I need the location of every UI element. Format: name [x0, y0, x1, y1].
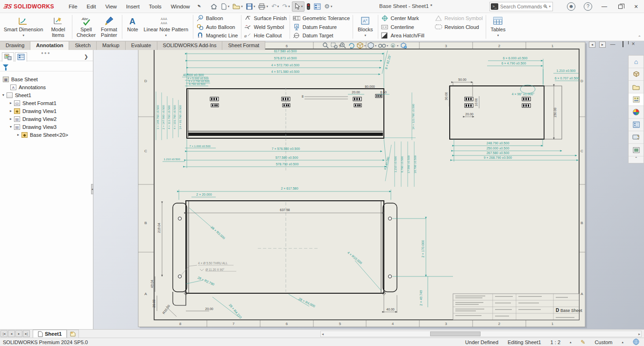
dimension-label[interactable]: 8.790 ±0.500: [401, 156, 403, 173]
design-library-tab[interactable]: [629, 68, 644, 81]
dropdown-caret-icon[interactable]: ▾: [301, 5, 303, 8]
dimension-label[interactable]: 1.210 ±0.500: [557, 69, 576, 72]
tree-item-sheet-format1[interactable]: ▸ ▭ Sheet Format1: [0, 99, 93, 107]
weld-symbol-button[interactable]: Weld Symbol: [244, 23, 287, 31]
content-central-tab[interactable]: [629, 144, 644, 156]
surface-finish-button[interactable]: Surface Finish: [244, 14, 287, 22]
tree-expand-icon[interactable]: ▸: [7, 109, 14, 113]
dropdown-caret-icon[interactable]: ▾: [331, 5, 333, 8]
next-sheet-icon[interactable]: ▸: [15, 330, 22, 337]
restore-document-icon[interactable]: [620, 42, 626, 48]
note-button[interactable]: A Note: [124, 14, 141, 40]
hole-callout-label[interactable]: Ø 11.20 X 90°: [205, 268, 225, 271]
horizontal-scroll-thumb[interactable]: [430, 332, 481, 336]
tree-item-drawing-view3[interactable]: ▾ ▤ Drawing View3: [0, 123, 93, 131]
dropdown-caret-icon[interactable]: ▾: [241, 5, 243, 8]
search-icon[interactable]: 🔍︎: [543, 4, 548, 9]
restore-button[interactable]: [612, 0, 628, 13]
revision-cloud-button[interactable]: Revision Cloud: [435, 23, 483, 31]
scroll-right-icon[interactable]: ▸: [638, 332, 640, 337]
tab-sheet-format[interactable]: Sheet Format: [222, 41, 265, 50]
tree-item-drawing-view2[interactable]: ▸ ▤ Drawing View2: [0, 115, 93, 123]
minimize-button[interactable]: —: [596, 0, 612, 13]
dimension-label[interactable]: 4 × 96° ±1.000°: [512, 92, 535, 96]
collapse-ribbon-icon[interactable]: ⌃: [637, 35, 641, 40]
dimension-label[interactable]: 267.580 ±0.500: [487, 151, 510, 155]
dimension-label[interactable]: 6.50: [380, 91, 387, 94]
dropdown-caret-icon[interactable]: ▾: [165, 33, 167, 38]
menu-file[interactable]: File: [64, 2, 82, 11]
dimension-label[interactable]: 4 × 571.580 ±0.500: [271, 70, 300, 73]
redo-button[interactable]: ↷▾: [281, 1, 291, 12]
blocks-button[interactable]: A° Blocks ▾: [355, 14, 375, 40]
dimension-label[interactable]: 2 × 49.749: [419, 290, 423, 305]
centerline-button[interactable]: Centerline: [381, 23, 425, 31]
dimension-label[interactable]: 20.00: [465, 113, 474, 116]
dimension-label[interactable]: 150.00: [553, 107, 557, 118]
scroll-left-icon[interactable]: ◂: [322, 332, 324, 337]
previous-sheet-icon[interactable]: ◂: [8, 330, 15, 337]
menu-window[interactable]: Window: [167, 2, 194, 11]
dropdown-caret-icon[interactable]: ▾: [365, 33, 367, 38]
close-button[interactable]: ×: [628, 0, 644, 13]
format-painter-button[interactable]: Format Painter: [98, 14, 120, 40]
tree-item-base-sheet[interactable]: ▦ Base Sheet: [0, 75, 93, 83]
scale-caret-icon[interactable]: ▴: [570, 340, 572, 344]
dimension-label[interactable]: 40.00: [386, 308, 395, 311]
select-tool-button[interactable]: ▾: [292, 1, 305, 12]
dimension-label[interactable]: 248.790 ±0.500: [487, 141, 510, 145]
tree-item-sheet1[interactable]: ▾ Sheet1: [0, 91, 93, 99]
dimension-label[interactable]: 4 × 113.790 ±0.500: [168, 105, 170, 129]
dimension-label[interactable]: 1.210 ±0.500: [164, 158, 181, 161]
previous-document-icon[interactable]: ◂: [589, 42, 595, 48]
tab-markup[interactable]: Markup: [97, 41, 126, 50]
tree-expand-icon[interactable]: ▸: [15, 133, 21, 137]
file-properties-button[interactable]: [312, 1, 322, 12]
zoom-to-area-icon[interactable]: [331, 42, 338, 49]
forum-tab[interactable]: [629, 131, 644, 144]
tab-drawing[interactable]: Drawing: [0, 41, 30, 50]
dimension-label[interactable]: 3 × 148.790 ±0.500: [156, 105, 159, 129]
dropdown-caret-icon[interactable]: ▾: [277, 5, 279, 8]
resources-home-tab[interactable]: ⌂: [629, 56, 644, 68]
tab-annotation[interactable]: Annotation: [30, 41, 69, 50]
dimension-label[interactable]: 6 × 6.000 ±0.500: [503, 56, 528, 60]
dimension-label[interactable]: 6 × 0.707 ±0.500: [555, 77, 580, 80]
add-sheet-button[interactable]: [67, 330, 79, 338]
account-icon[interactable]: ☻: [567, 2, 575, 11]
tree-expand-icon[interactable]: ▸: [7, 101, 14, 105]
next-document-icon[interactable]: ▸: [599, 42, 606, 48]
close-document-icon[interactable]: ×: [630, 42, 637, 48]
dimension-label[interactable]: 50.00: [458, 78, 467, 81]
dimension-label[interactable]: 6.790 ±0.500: [189, 83, 206, 85]
dimension-label[interactable]: 2 × 20.000: [196, 193, 212, 196]
minimize-document-icon[interactable]: —: [609, 42, 616, 48]
property-manager-tab[interactable]: [15, 52, 27, 62]
last-sheet-icon[interactable]: ▸|: [23, 330, 30, 337]
dimension-label[interactable]: 80.000: [365, 85, 375, 88]
tree-item-annotations[interactable]: A Annotations: [0, 83, 93, 91]
display-mode[interactable]: Custom: [595, 339, 613, 345]
view-settings-icon[interactable]: ▾: [389, 42, 398, 49]
smart-dimension-button[interactable]: Smart Dimension ▾: [1, 14, 46, 40]
first-sheet-icon[interactable]: |◂: [0, 330, 7, 337]
dimension-label[interactable]: 7 × 576.580 ±0.500: [272, 147, 300, 150]
display-style-icon[interactable]: ▾: [367, 42, 376, 49]
zoom-to-fit-icon[interactable]: [322, 42, 329, 49]
3d-drawing-view-icon[interactable]: [400, 42, 407, 49]
home-button[interactable]: [209, 1, 219, 12]
dimension-label[interactable]: 4 × 572.790 ±0.500: [271, 64, 300, 67]
dimension-label[interactable]: 14 × 123.790 ±0.500: [412, 104, 415, 130]
datum-feature-button[interactable]: ADatum Feature: [293, 23, 350, 31]
linear-note-pattern-button[interactable]: AAAAAA Linear Note Pattern ▾: [141, 14, 191, 40]
tree-expand-icon[interactable]: ▾: [0, 93, 7, 97]
panel-grip[interactable]: ●●●: [41, 51, 51, 55]
tables-button[interactable]: Tables ▾: [488, 14, 509, 40]
spell-checker-button[interactable]: Abc Spell Checker: [74, 14, 98, 40]
dimension-label[interactable]: 6 × 4.790 ±0.500: [502, 62, 526, 65]
drawing-canvas[interactable]: 8 7 6 5 4 3 2 1 8 7 6 5 4 3 2 1 D C B A: [93, 41, 644, 329]
tree-item-base-sheet-part[interactable]: ▸ ◆ Base Sheet<20>: [0, 131, 93, 139]
horizontal-scrollbar[interactable]: ◂ ▸: [320, 331, 642, 337]
magnetic-line-button[interactable]: Magnetic Line: [196, 31, 238, 40]
dimension-label[interactable]: 7 × 1.000 ±0.500: [189, 145, 211, 148]
